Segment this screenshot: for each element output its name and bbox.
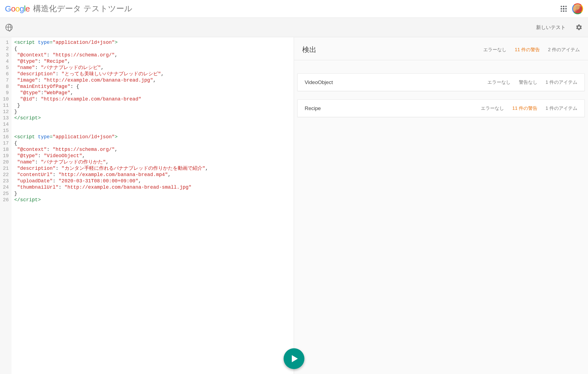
header-left: Google 構造化データ テストツール [5, 3, 132, 14]
card-items: 1 件のアイテム [546, 105, 577, 111]
result-card[interactable]: Recipeエラーなし11 件の警告1 件のアイテム [297, 99, 585, 117]
card-title: VideoObject [305, 79, 333, 85]
summary-warnings: 11 件の警告 [515, 47, 540, 53]
card-warnings: 警告なし [519, 79, 537, 85]
summary-items: 2 件のアイテム [548, 47, 580, 53]
google-logo: Google [5, 4, 30, 13]
main-area: 1234567891011121314151617181920212223242… [0, 37, 588, 374]
apps-icon[interactable] [561, 6, 567, 12]
card-title: Recipe [305, 105, 321, 111]
results-header: 検出 エラーなし 11 件の警告 2 件のアイテム [294, 37, 588, 60]
run-button[interactable] [284, 348, 304, 369]
results-summary: エラーなし 11 件の警告 2 件のアイテム [483, 47, 580, 53]
card-errors: エラーなし [487, 79, 511, 85]
results-panel: 検出 エラーなし 11 件の警告 2 件のアイテム VideoObjectエラー… [294, 37, 588, 374]
toolbar-right: 新しいテスト [536, 24, 583, 31]
tool-title: 構造化データ テストツール [33, 3, 132, 14]
toolbar: 新しいテスト [0, 18, 588, 37]
header-right [561, 3, 583, 14]
code-content[interactable]: <script type="application/ld+json">{ "@c… [11, 37, 211, 374]
summary-errors: エラーなし [483, 47, 507, 53]
avatar[interactable] [572, 3, 583, 14]
card-items: 1 件のアイテム [546, 79, 577, 85]
gear-icon[interactable] [575, 24, 583, 31]
code-editor[interactable]: 1234567891011121314151617181920212223242… [0, 37, 294, 374]
result-cards: VideoObjectエラーなし警告なし1 件のアイテムRecipeエラーなし1… [294, 60, 588, 120]
app-header: Google 構造化データ テストツール [0, 0, 588, 18]
card-stats: エラーなし警告なし1 件のアイテム [487, 79, 577, 85]
result-card[interactable]: VideoObjectエラーなし警告なし1 件のアイテム [297, 73, 585, 91]
new-test-button[interactable]: 新しいテスト [536, 24, 566, 31]
results-title: 検出 [302, 45, 316, 54]
card-stats: エラーなし11 件の警告1 件のアイテム [481, 105, 577, 111]
card-errors: エラーなし [481, 105, 504, 111]
card-warnings: 11 件の警告 [512, 105, 537, 111]
line-gutter: 1234567891011121314151617181920212223242… [0, 37, 11, 374]
globe-icon[interactable] [5, 24, 13, 31]
